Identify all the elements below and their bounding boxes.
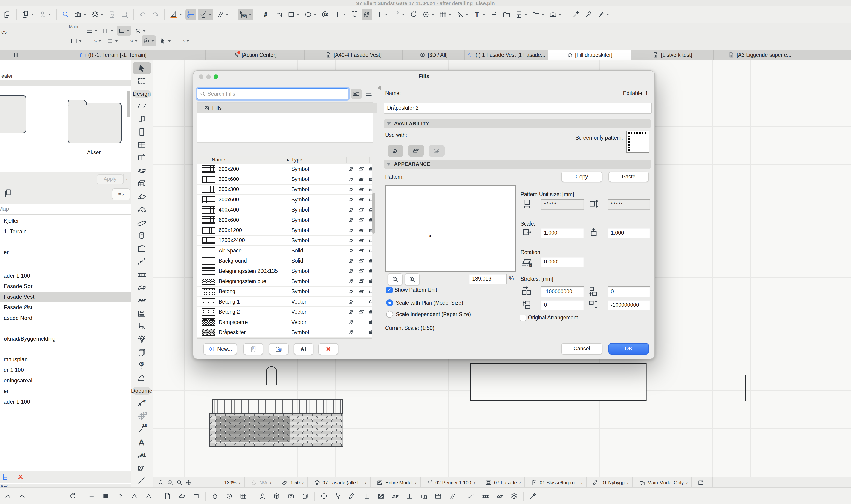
separator[interactable] xyxy=(257,9,257,20)
railing-icon[interactable] xyxy=(481,491,491,502)
view-tab[interactable]: (!) 1 Fasade Vest [1 Fasade... xyxy=(465,50,548,60)
grid-view-icon[interactable] xyxy=(101,26,115,36)
shell-tool[interactable] xyxy=(133,204,151,216)
fill-row[interactable]: 300x600 Symbol xyxy=(197,195,372,205)
zoom-out-button[interactable] xyxy=(387,273,403,286)
tree-item[interactable]: mhusplan xyxy=(0,354,131,365)
tree-item[interactable]: 1. Terrain xyxy=(0,226,131,237)
fill-row[interactable]: 200x600 Symbol xyxy=(197,174,372,184)
zoom-buttons[interactable] xyxy=(154,477,209,488)
design-section-label[interactable]: Design xyxy=(133,90,151,98)
stroke-field-1[interactable]: -100000000 xyxy=(541,287,584,297)
marquee-tool[interactable] xyxy=(133,75,151,87)
scale-independent-radio[interactable] xyxy=(386,311,393,318)
renovation-filter[interactable]: 01 Nybygg › xyxy=(587,477,633,488)
fill-row[interactable]: 600x600 Symbol xyxy=(197,215,372,225)
window-grid-icon[interactable] xyxy=(433,491,443,502)
person-icon[interactable] xyxy=(257,491,267,502)
roof-icon[interactable] xyxy=(177,491,187,502)
target-icon[interactable] xyxy=(421,8,436,20)
rotate-icon[interactable] xyxy=(408,8,419,20)
fill-row[interactable]: Air Space Solid xyxy=(197,246,372,256)
window-tool[interactable] xyxy=(133,139,151,151)
document-grid-icon[interactable] xyxy=(514,8,529,20)
hatch-box-icon[interactable] xyxy=(376,491,386,502)
refresh-icon[interactable] xyxy=(68,491,78,502)
wall-tool[interactable] xyxy=(133,100,151,112)
fill-tool[interactable] xyxy=(133,462,151,474)
list-scrollbar[interactable] xyxy=(372,193,375,234)
scale-x-field[interactable]: 1.000 xyxy=(541,228,584,238)
scale-with-plan-radio[interactable] xyxy=(386,299,393,306)
brush-icon[interactable] xyxy=(595,8,611,20)
snap-check-icon[interactable] xyxy=(198,8,213,20)
show-pattern-unit-checkbox[interactable] xyxy=(386,287,393,293)
coordinates-xy-icon[interactable] xyxy=(238,8,253,20)
use-drafting-toggle[interactable] xyxy=(387,145,403,157)
list-view-icon[interactable] xyxy=(85,26,99,36)
chips-icon[interactable] xyxy=(419,491,429,502)
pipette-icon[interactable] xyxy=(583,8,594,20)
grid-icon[interactable] xyxy=(238,491,248,502)
zone-tool[interactable] xyxy=(133,307,151,319)
fill-row[interactable]: Dråpeskifer 2 Symbol xyxy=(197,338,372,339)
spacer[interactable] xyxy=(31,491,64,502)
redo-icon[interactable] xyxy=(150,8,161,20)
popup-navigator-button[interactable] xyxy=(0,50,21,60)
tree-item[interactable]: Fasade Øst xyxy=(0,302,131,313)
apply-button[interactable]: Apply xyxy=(97,174,123,184)
publish-folder-icon[interactable] xyxy=(501,8,512,20)
paste-button[interactable]: Paste xyxy=(608,172,649,182)
original-arrangement-checkbox[interactable] xyxy=(520,314,526,321)
tree-item[interactable]: er xyxy=(0,386,131,396)
find-select-icon[interactable] xyxy=(60,8,71,20)
zoom-level[interactable]: 139% › xyxy=(209,477,245,488)
corner-window-tool[interactable] xyxy=(133,152,151,164)
droplet-icon[interactable] xyxy=(210,491,220,502)
table-icon[interactable] xyxy=(438,8,453,20)
appearance-header[interactable]: APPEARANCE xyxy=(384,160,651,169)
separator[interactable] xyxy=(253,491,253,501)
composite-wall-tool[interactable] xyxy=(133,113,151,125)
caret-icon[interactable] xyxy=(17,491,27,502)
target-icon[interactable] xyxy=(224,491,234,502)
tree-item[interactable]: Fasade Sør xyxy=(0,281,131,291)
tree-item[interactable]: Fasade Vest xyxy=(0,291,131,302)
fill-row[interactable]: Betong 1 Vector xyxy=(197,297,372,307)
rebuild-document-icon[interactable] xyxy=(107,8,117,20)
duplicate-fill-button[interactable] xyxy=(243,343,263,355)
separator[interactable] xyxy=(314,491,315,501)
lamp-tool[interactable] xyxy=(133,334,151,345)
search-input[interactable]: Search Fills xyxy=(197,88,348,99)
new-fill-button[interactable]: New... xyxy=(204,343,237,355)
set-square-icon[interactable] xyxy=(169,8,184,20)
dialog-titlebar[interactable]: Fills xyxy=(193,71,655,83)
fill-row[interactable]: 1200x2400 Symbol xyxy=(197,236,372,246)
separator[interactable] xyxy=(205,491,206,501)
fill-row[interactable]: Betong 2 Vector xyxy=(197,307,372,317)
beam-icon[interactable] xyxy=(362,491,372,502)
frame-view-icon[interactable] xyxy=(117,26,131,36)
tree-item[interactable]: Kjeller xyxy=(0,216,131,226)
triangle-blue-icon[interactable] xyxy=(144,491,154,502)
structure-display[interactable]: Entire Model › xyxy=(371,477,421,488)
grid-snap-icon[interactable] xyxy=(261,8,272,20)
pan-arrows-icon[interactable] xyxy=(319,491,329,502)
fill-row[interactable]: 600x1200 Symbol xyxy=(197,225,372,235)
favorites-folder[interactable] xyxy=(0,95,26,133)
wand-icon[interactable] xyxy=(528,491,538,502)
list-view-button[interactable] xyxy=(363,89,374,99)
box-icon[interactable] xyxy=(286,8,301,20)
model-filter[interactable]: Main Model Only › xyxy=(633,477,692,488)
railing-tool[interactable] xyxy=(133,269,151,281)
furniture-object-tool[interactable] xyxy=(133,320,151,332)
curtain-grid-tool[interactable] xyxy=(133,294,151,306)
document-section-label[interactable]: Docume xyxy=(133,387,151,395)
unit-width-field[interactable]: ***** xyxy=(541,199,584,210)
preview-zoom-field[interactable]: 139.016 xyxy=(469,274,507,284)
roof-tool[interactable] xyxy=(133,191,151,203)
more-chevrons[interactable]: » xyxy=(86,35,103,47)
slab-tool[interactable] xyxy=(133,242,151,254)
equipment-tool[interactable] xyxy=(133,346,151,358)
fill-row[interactable]: Dampsperre Vector xyxy=(197,317,372,327)
